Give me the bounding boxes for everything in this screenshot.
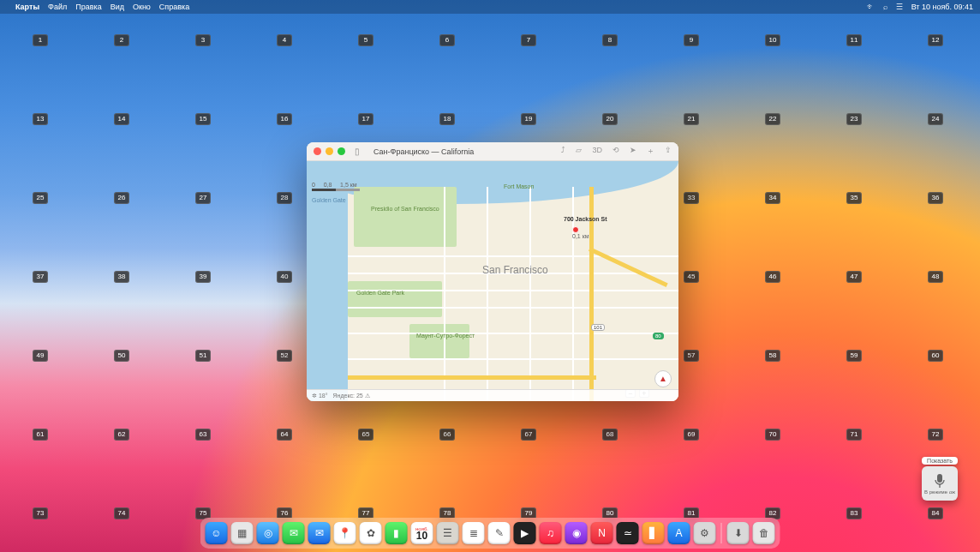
dock-stocks[interactable]: ≃ (617, 522, 639, 544)
dock-maps[interactable]: 📍 (334, 522, 356, 544)
map-canvas[interactable]: San Francisco Presidio of San Francisco … (307, 161, 678, 401)
grid-cell-19[interactable]: 19 (521, 113, 536, 125)
grid-cell-15[interactable]: 15 (195, 113, 211, 125)
menu-help[interactable]: Справка (159, 3, 189, 11)
grid-cell-72[interactable]: 72 (928, 429, 943, 441)
share-icon[interactable]: ⤴ (561, 146, 565, 157)
grid-cell-2[interactable]: 2 (114, 34, 129, 46)
grid-cell-69[interactable]: 69 (684, 429, 699, 441)
grid-cell-67[interactable]: 67 (521, 429, 536, 441)
dock-photos[interactable]: ✿ (360, 522, 382, 544)
menu-app[interactable]: Карты (15, 3, 39, 11)
grid-cell-28[interactable]: 28 (277, 192, 292, 204)
grid-cell-38[interactable]: 38 (114, 271, 129, 283)
grid-cell-50[interactable]: 50 (114, 350, 129, 362)
grid-cell-22[interactable]: 22 (765, 113, 780, 125)
window-titlebar[interactable]: ▯ Сан-Франциско — California ⤴ ▱ 3D ⟲ ➤ … (307, 142, 678, 161)
menu-file[interactable]: Файл (48, 3, 67, 11)
grid-cell-35[interactable]: 35 (846, 192, 862, 204)
grid-cell-27[interactable]: 27 (195, 192, 211, 204)
grid-cell-4[interactable]: 4 (277, 34, 292, 46)
grid-cell-52[interactable]: 52 (277, 350, 292, 362)
search-icon[interactable]: ⌕ (883, 3, 887, 11)
dock-finder[interactable]: ☺ (206, 522, 228, 544)
grid-cell-47[interactable]: 47 (846, 271, 862, 283)
grid-cell-74[interactable]: 74 (114, 507, 129, 519)
grid-cell-83[interactable]: 83 (846, 507, 862, 519)
export-icon[interactable]: ⇪ (665, 146, 672, 157)
grid-cell-66[interactable]: 66 (439, 429, 455, 441)
grid-cell-40[interactable]: 40 (277, 271, 292, 283)
grid-cell-64[interactable]: 64 (277, 429, 292, 441)
clock[interactable]: Вт 10 нояб. 09:41 (911, 3, 973, 11)
grid-cell-37[interactable]: 37 (33, 271, 48, 283)
grid-cell-34[interactable]: 34 (765, 192, 780, 204)
dock-notes[interactable]: ✎ (488, 522, 511, 544)
grid-cell-46[interactable]: 46 (765, 271, 780, 283)
grid-cell-25[interactable]: 25 (33, 192, 48, 204)
grid-cell-18[interactable]: 18 (439, 113, 455, 125)
grid-cell-49[interactable]: 49 (33, 350, 48, 362)
dock-mail[interactable]: ✉ (308, 522, 331, 544)
dock-launchpad[interactable]: ▦ (231, 522, 254, 544)
add-icon[interactable]: ＋ (647, 146, 654, 157)
grid-cell-26[interactable]: 26 (114, 192, 129, 204)
dock-podcasts[interactable]: ◉ (565, 522, 588, 544)
dock-reminders[interactable]: ≣ (463, 522, 485, 544)
grid-cell-6[interactable]: 6 (439, 34, 455, 46)
grid-cell-45[interactable]: 45 (684, 271, 699, 283)
grid-cell-23[interactable]: 23 (846, 113, 862, 125)
dock-trash[interactable]: 🗑 (753, 522, 775, 544)
grid-cell-5[interactable]: 5 (358, 34, 373, 46)
grid-cell-51[interactable]: 51 (195, 350, 211, 362)
grid-cell-58[interactable]: 58 (765, 350, 780, 362)
dictation-show-button[interactable]: Показать (922, 457, 958, 465)
dock-contacts[interactable]: ☰ (437, 522, 459, 544)
grid-cell-14[interactable]: 14 (114, 113, 129, 125)
grid-cell-21[interactable]: 21 (684, 113, 699, 125)
dock-appstore[interactable]: A (668, 522, 690, 544)
grid-cell-60[interactable]: 60 (928, 350, 943, 362)
grid-cell-48[interactable]: 48 (928, 271, 943, 283)
grid-cell-65[interactable]: 65 (358, 429, 373, 441)
grid-cell-3[interactable]: 3 (195, 34, 211, 46)
dock-downloads[interactable]: ⬇ (727, 522, 750, 544)
dock-music[interactable]: ♫ (540, 522, 562, 544)
grid-cell-68[interactable]: 68 (602, 429, 618, 441)
control-center-icon[interactable]: ☰ (896, 3, 903, 11)
minimize-button[interactable] (326, 147, 333, 155)
grid-cell-39[interactable]: 39 (195, 271, 211, 283)
dock-facetime[interactable]: ▮ (385, 522, 408, 544)
grid-cell-62[interactable]: 62 (114, 429, 129, 441)
maximize-button[interactable] (338, 147, 345, 155)
grid-cell-73[interactable]: 73 (33, 507, 48, 519)
menu-view[interactable]: Вид (111, 3, 124, 11)
grid-cell-59[interactable]: 59 (846, 350, 862, 362)
grid-cell-70[interactable]: 70 (765, 429, 780, 441)
grid-cell-84[interactable]: 84 (928, 507, 943, 519)
grid-cell-12[interactable]: 12 (928, 34, 943, 46)
compass-icon[interactable]: ▲ (654, 370, 672, 387)
dictation-mic-button[interactable]: В режиме ож (922, 466, 958, 501)
grid-cell-20[interactable]: 20 (602, 113, 618, 125)
grid-cell-13[interactable]: 13 (33, 113, 48, 125)
grid-cell-7[interactable]: 7 (521, 34, 536, 46)
grid-cell-17[interactable]: 17 (358, 113, 373, 125)
wifi-icon[interactable]: ᯤ (867, 3, 875, 11)
menu-edit[interactable]: Правка (75, 3, 101, 11)
3d-icon[interactable]: 3D (592, 146, 602, 157)
dock-safari[interactable]: ◎ (257, 522, 279, 544)
current-location-icon[interactable]: ➤ (630, 146, 636, 157)
route-icon[interactable]: ⟲ (612, 146, 619, 157)
grid-cell-63[interactable]: 63 (195, 429, 211, 441)
grid-cell-57[interactable]: 57 (684, 350, 699, 362)
grid-cell-71[interactable]: 71 (846, 429, 862, 441)
dock-books[interactable]: ▋ (642, 522, 665, 544)
grid-cell-1[interactable]: 1 (33, 34, 48, 46)
close-button[interactable] (314, 147, 321, 155)
grid-cell-8[interactable]: 8 (602, 34, 618, 46)
grid-cell-33[interactable]: 33 (684, 192, 699, 204)
sidebar-toggle-icon[interactable]: ▯ (355, 147, 367, 156)
map-pin[interactable] (572, 226, 579, 233)
dock-settings[interactable]: ⚙ (694, 522, 716, 544)
